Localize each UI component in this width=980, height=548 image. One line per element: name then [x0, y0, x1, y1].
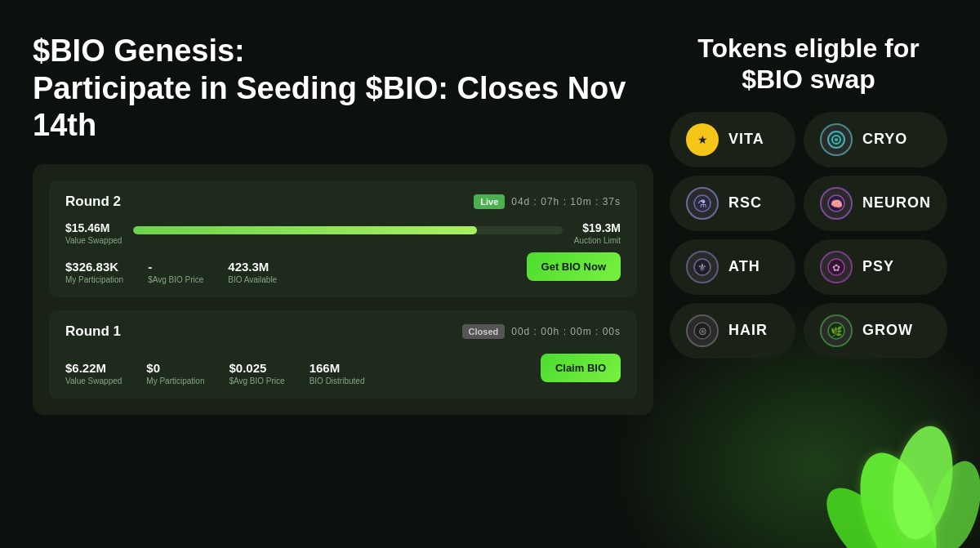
round1-bio-distributed-value: 166M	[310, 361, 365, 375]
svg-point-19	[813, 475, 919, 548]
token-card-hair[interactable]: ⊛ HAIR	[670, 303, 795, 359]
round1-avg-price: $0.025 $Avg BIO Price	[229, 361, 284, 385]
round2-title: Round 2	[65, 194, 121, 210]
right-title: Tokens eligble for$BIO swap	[670, 33, 947, 96]
round1-avg-price-value: $0.025	[229, 361, 284, 375]
round2-timer-group: Live 04d : 07h : 10m : 37s	[474, 194, 621, 209]
round1-card: Round 1 Closed 00d : 00h : 00m : 00s $6.…	[49, 310, 637, 399]
round2-timer: 04d : 07h : 10m : 37s	[511, 196, 621, 207]
psy-icon: ✿	[820, 251, 853, 283]
round2-header: Round 2 Live 04d : 07h : 10m : 37s	[65, 194, 621, 210]
round1-my-participation: $0 My Participation	[146, 361, 204, 385]
svg-text:🌿: 🌿	[830, 325, 842, 337]
round2-participation-value: $326.83K	[65, 260, 123, 274]
round2-progress-container	[133, 226, 562, 234]
svg-text:🧠: 🧠	[830, 198, 842, 210]
round1-stats-row: $6.22M Value Swapped $0 My Participation…	[65, 361, 364, 385]
claim-bio-button[interactable]: Claim BIO	[541, 354, 621, 382]
svg-text:✿: ✿	[832, 262, 840, 274]
round1-timer: 00d : 00h : 00m : 00s	[511, 326, 621, 337]
svg-point-21	[845, 443, 951, 548]
token-card-grow[interactable]: 🌿 GROW	[804, 303, 947, 359]
round2-avg-price-label: $Avg BIO Price	[148, 275, 203, 284]
svg-text:⊛: ⊛	[698, 325, 707, 337]
rsc-name: RSC	[728, 194, 762, 212]
round1-avg-price-label: $Avg BIO Price	[229, 376, 284, 385]
hair-icon: ⊛	[686, 314, 719, 347]
round2-card: Round 2 Live 04d : 07h : 10m : 37s $15.4…	[49, 180, 637, 297]
grow-name: GROW	[862, 322, 913, 339]
round2-auction-limit-group: $19.3M Auction Limit	[574, 221, 621, 245]
round1-bio-distributed-label: BIO Distributed	[310, 376, 365, 385]
left-section: $BIO Genesis: Participate in Seeding $BI…	[33, 33, 653, 415]
vita-name: VITA	[728, 131, 764, 148]
round2-badge: Live	[474, 194, 505, 209]
round1-header: Round 1 Closed 00d : 00h : 00m : 00s	[65, 323, 621, 340]
round1-stats-and-btn: $6.22M Value Swapped $0 My Participation…	[65, 351, 621, 385]
round1-badge: Closed	[462, 324, 506, 339]
ath-icon: ⚜	[686, 251, 719, 283]
round2-value-swapped-label: Value Swapped	[65, 236, 122, 245]
round2-participation-label: My Participation	[65, 275, 123, 284]
token-card-rsc[interactable]: ⚗ RSC	[670, 176, 795, 231]
hair-name: HAIR	[728, 322, 768, 339]
title-line2: Participate in Seeding $BIO: Closes Nov …	[33, 71, 626, 143]
token-card-ath[interactable]: ⚜ ATH	[670, 239, 795, 295]
token-card-vita[interactable]: ★ VITA	[670, 112, 795, 167]
round1-value-swapped-value: $6.22M	[65, 361, 122, 375]
vita-icon: ★	[686, 123, 719, 156]
round2-bio-available-label: BIO Available	[228, 275, 277, 284]
rounds-container: Round 2 Live 04d : 07h : 10m : 37s $15.4…	[33, 164, 653, 415]
round1-value-swapped: $6.22M Value Swapped	[65, 361, 122, 385]
round2-progress-row: $15.46M Value Swapped $19.3M Auction Lim…	[65, 221, 621, 245]
grow-icon: 🌿	[820, 314, 853, 347]
round1-participation-value: $0	[146, 361, 204, 375]
round2-auction-limit: $19.3M	[574, 221, 621, 234]
ath-name: ATH	[728, 258, 760, 275]
round2-avg-price-value: -	[148, 260, 203, 274]
cryo-name: CRYO	[862, 131, 907, 148]
round2-stats-row: $326.83K My Participation - $Avg BIO Pri…	[65, 260, 277, 284]
round1-participation-label: My Participation	[146, 376, 204, 385]
round2-progress-track	[133, 226, 562, 234]
get-bio-button[interactable]: Get BIO Now	[527, 252, 621, 281]
round2-progress-fill	[133, 226, 476, 234]
rsc-icon: ⚗	[686, 187, 719, 220]
token-card-psy[interactable]: ✿ PSY	[804, 239, 947, 295]
svg-point-18	[884, 421, 960, 544]
round2-bio-available-value: 423.3M	[228, 260, 277, 274]
neuron-icon: 🧠	[820, 187, 853, 220]
neuron-name: NEURON	[862, 194, 931, 212]
round2-avg-price: - $Avg BIO Price	[148, 260, 203, 284]
svg-text:⚜: ⚜	[697, 261, 707, 274]
round2-value-swapped-group: $15.46M Value Swapped	[65, 221, 122, 245]
svg-text:⚗: ⚗	[697, 198, 707, 210]
round2-stats-and-btn: $326.83K My Participation - $Avg BIO Pri…	[65, 250, 621, 284]
svg-text:★: ★	[697, 133, 708, 146]
round2-auction-limit-label: Auction Limit	[574, 236, 621, 245]
round1-bio-distributed: 166M BIO Distributed	[310, 361, 365, 385]
round2-bio-available: 423.3M BIO Available	[228, 260, 277, 284]
svg-point-4	[835, 138, 838, 141]
title-line1: $BIO Genesis:	[33, 33, 245, 68]
cryo-icon	[820, 123, 853, 156]
round2-my-participation: $326.83K My Participation	[65, 260, 123, 284]
round1-value-swapped-label: Value Swapped	[65, 376, 122, 385]
tokens-grid: ★ VITA CRYO ⚗ RSC 🧠 NEURON	[670, 112, 947, 359]
round1-title: Round 1	[65, 323, 121, 340]
psy-name: PSY	[862, 258, 894, 275]
svg-point-17	[845, 443, 951, 548]
svg-point-20	[921, 456, 980, 548]
svg-point-22	[884, 421, 960, 544]
round1-timer-group: Closed 00d : 00h : 00m : 00s	[462, 324, 621, 339]
round2-value-swapped: $15.46M	[65, 221, 122, 234]
token-card-cryo[interactable]: CRYO	[804, 112, 947, 167]
page-title: $BIO Genesis: Participate in Seeding $BI…	[33, 33, 653, 145]
token-card-neuron[interactable]: 🧠 NEURON	[804, 176, 947, 231]
right-section: Tokens eligble for$BIO swap ★ VITA CRYO …	[670, 33, 947, 359]
